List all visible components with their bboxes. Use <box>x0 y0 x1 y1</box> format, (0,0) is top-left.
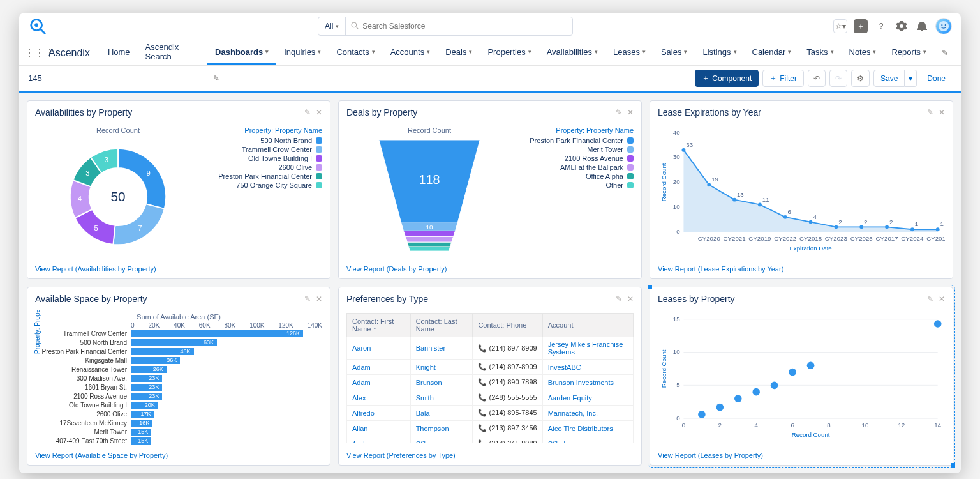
add-component-button[interactable]: ＋ Component <box>695 70 759 87</box>
dashboard-settings-gear-icon[interactable]: ⚙ <box>851 70 870 87</box>
remove-card-close-icon[interactable]: ✕ <box>316 108 322 117</box>
bar-row[interactable]: Preston Park Financial Center46K <box>35 347 322 356</box>
bar-row[interactable]: 407-409 East 70th Street15K <box>35 436 322 445</box>
card-deals-by-property[interactable]: Deals by Property ✎ ✕ Record Count 11810… <box>338 100 642 279</box>
nav-item-properties[interactable]: Properties▾ <box>480 40 538 65</box>
legend-item[interactable]: Merit Tower <box>512 146 634 153</box>
remove-card-close-icon[interactable]: ✕ <box>939 108 945 117</box>
legend-item[interactable]: AMLI at the Ballpark <box>512 163 634 171</box>
legend-item[interactable]: 500 North Brand <box>201 137 322 144</box>
app-launcher-icon[interactable]: ⋮⋮⋮ <box>24 47 46 59</box>
view-report-link[interactable]: View Report (Lease Expirations by Year) <box>658 265 783 273</box>
edit-nav-pencil-icon[interactable]: ✎ <box>934 49 956 57</box>
svg-text:4: 4 <box>755 422 759 429</box>
done-button[interactable]: Done <box>921 70 952 87</box>
legend-item[interactable]: 2100 Ross Avenue <box>512 155 634 162</box>
edit-title-pencil-icon[interactable]: ✎ <box>213 74 219 83</box>
nav-item-availabilities[interactable]: Availabilities▾ <box>539 40 605 65</box>
edit-card-pencil-icon[interactable]: ✎ <box>304 108 311 117</box>
column-header[interactable]: Contact: Phone <box>473 314 542 337</box>
bar-row[interactable]: 2100 Ross Avenue23K <box>35 392 322 400</box>
svg-point-4 <box>941 24 942 26</box>
column-header[interactable]: Contact: First Name ↑ <box>347 314 411 337</box>
nav-item-tasks[interactable]: Tasks▾ <box>799 40 841 65</box>
edit-card-pencil-icon[interactable]: ✎ <box>616 294 622 303</box>
help-icon[interactable]: ? <box>874 19 888 33</box>
edit-card-pencil-icon[interactable]: ✎ <box>927 294 933 303</box>
nav-item-listings[interactable]: Listings▾ <box>695 40 744 65</box>
nav-item-contacts[interactable]: Contacts▾ <box>329 40 382 65</box>
legend-item[interactable]: Preston Park Financial Center <box>512 137 634 144</box>
notifications-bell-icon[interactable] <box>915 19 929 33</box>
card-availabilities-by-property[interactable]: Availabilities by Property ✎ ✕ Record Co… <box>27 100 330 279</box>
undo-button[interactable]: ↶ <box>808 70 826 87</box>
view-report-link[interactable]: View Report (Availabilities by Property) <box>35 265 156 273</box>
card-lease-expirations[interactable]: Lease Expirations by Year ✎ ✕ 0102030403… <box>650 100 953 279</box>
table-row[interactable]: AdamKnight📞 (214) 897-8909InvestABC <box>347 360 634 375</box>
bar-row[interactable]: 1601 Bryan St.23K <box>35 383 322 392</box>
table-row[interactable]: AdamBrunson📞 (214) 890-7898Brunson Inves… <box>347 375 634 390</box>
nav-item-leases[interactable]: Leases▾ <box>605 40 653 65</box>
edit-card-pencil-icon[interactable]: ✎ <box>616 108 622 117</box>
search-input[interactable] <box>362 22 567 31</box>
card-leases-by-property[interactable]: Leases by Property ✎ ✕ 05101502468101214… <box>650 287 953 466</box>
user-avatar[interactable] <box>935 18 952 34</box>
edit-card-pencil-icon[interactable]: ✎ <box>927 108 933 117</box>
nav-item-home[interactable]: Home <box>100 40 138 65</box>
table-row[interactable]: AaronBannister📞 (214) 897-8909Jersey Mik… <box>347 337 634 360</box>
legend-item[interactable]: Office Alpha <box>512 172 634 180</box>
card-preferences-by-type[interactable]: Preferences by Type ✎ ✕ Contact: First N… <box>338 287 642 466</box>
remove-card-close-icon[interactable]: ✕ <box>939 294 945 303</box>
nav-item-ascendix-search[interactable]: Ascendix Search <box>138 40 207 65</box>
favorites-button[interactable]: ☆▾ <box>833 19 847 33</box>
table-scroll[interactable]: Contact: First Name ↑Contact: Last NameC… <box>346 313 634 443</box>
legend-item[interactable]: Preston Park Financial Center <box>201 172 322 180</box>
table-row[interactable]: AndyStiles📞 (214) 345-8989Stile Inc. <box>347 436 634 444</box>
bar-row[interactable]: 17Seventeen McKinney16K <box>35 418 322 427</box>
nav-item-deals[interactable]: Deals▾ <box>438 40 480 65</box>
column-header[interactable]: Account <box>542 314 633 337</box>
legend-item[interactable]: Other <box>512 181 634 189</box>
bar-row[interactable]: 300 Madison Ave.23K <box>35 374 322 383</box>
remove-card-close-icon[interactable]: ✕ <box>627 294 634 303</box>
svg-text:40: 40 <box>673 129 680 136</box>
nav-item-accounts[interactable]: Accounts▾ <box>383 40 438 65</box>
bar-row[interactable]: 500 North Brand63K <box>35 338 322 347</box>
legend-item[interactable]: Trammell Crow Center <box>201 146 322 153</box>
setup-gear-icon[interactable] <box>895 19 909 33</box>
legend-item[interactable]: 750 Orange City Square <box>201 181 322 189</box>
table-row[interactable]: AlexSmith📞 (248) 555-5555Aarden Equity <box>347 390 634 406</box>
bar-row[interactable]: Trammell Crow Center126K <box>35 329 322 338</box>
edit-card-pencil-icon[interactable]: ✎ <box>304 294 311 303</box>
view-report-link[interactable]: View Report (Leases by Property) <box>658 452 763 459</box>
remove-card-close-icon[interactable]: ✕ <box>627 108 634 117</box>
nav-item-calendar[interactable]: Calendar▾ <box>745 40 799 65</box>
nav-item-notes[interactable]: Notes▾ <box>842 40 884 65</box>
search-scope-dropdown[interactable]: All ▾ <box>318 17 346 35</box>
remove-card-close-icon[interactable]: ✕ <box>316 294 322 303</box>
save-menu-button[interactable]: ▾ <box>905 70 917 87</box>
redo-button[interactable]: ↷ <box>829 70 847 87</box>
bar-row[interactable]: Merit Tower15K <box>35 427 322 436</box>
add-button[interactable]: ＋ <box>854 19 868 33</box>
table-row[interactable]: AllanThompson📞 (213) 897-3456Atco Tire D… <box>347 421 634 436</box>
bar-row[interactable]: 2600 Olive17K <box>35 409 322 418</box>
nav-item-sales[interactable]: Sales▾ <box>653 40 695 65</box>
table-row[interactable]: AlfredoBala📞 (214) 895-7845Mannatech, In… <box>347 406 634 421</box>
legend-item[interactable]: 2600 Olive <box>201 163 322 171</box>
nav-item-reports[interactable]: Reports▾ <box>884 40 934 65</box>
view-report-link[interactable]: View Report (Preferences by Type) <box>346 452 456 459</box>
svg-text:0: 0 <box>682 422 686 429</box>
card-available-space[interactable]: Available Space by Property ✎ ✕ Property… <box>27 287 330 466</box>
column-header[interactable]: Contact: Last Name <box>410 314 473 337</box>
bar-row[interactable]: Renaissance Tower26K <box>35 365 322 374</box>
nav-item-dashboards[interactable]: Dashboards▾ <box>207 40 276 65</box>
view-report-link[interactable]: View Report (Available Space by Property… <box>35 452 168 459</box>
save-button[interactable]: Save <box>873 70 905 87</box>
add-filter-button[interactable]: ＋ Filter <box>762 70 804 87</box>
legend-item[interactable]: Old Towne Building I <box>201 155 322 162</box>
view-report-link[interactable]: View Report (Deals by Property) <box>346 265 447 273</box>
bar-row[interactable]: Old Towne Building I20K <box>35 400 322 409</box>
bar-row[interactable]: Kingsgate Mall36K <box>35 356 322 365</box>
nav-item-inquiries[interactable]: Inquiries▾ <box>276 40 329 65</box>
